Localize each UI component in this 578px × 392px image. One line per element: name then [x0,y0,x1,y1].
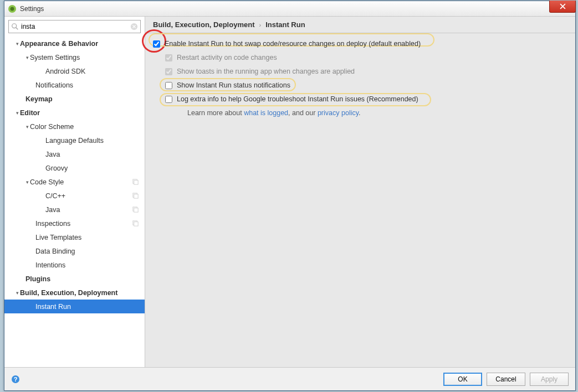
copy-icon [132,220,139,227]
opt-logextra[interactable]: Log extra info to help Google troublesho… [153,95,567,103]
cancel-button[interactable]: Cancel [487,373,525,386]
chevron-right-icon: › [259,22,261,28]
tree-cpp[interactable]: C/C++ [4,189,145,203]
svg-rect-12 [134,222,138,226]
tree-bed[interactable]: ▾Build, Execution, Deployment [4,286,145,300]
clear-icon[interactable] [130,23,138,30]
tree-code-style[interactable]: ▾Code Style [4,175,145,189]
svg-rect-10 [134,208,138,212]
opt-status[interactable]: Show Instant Run status notifications [153,81,567,89]
breadcrumb-root[interactable]: Build, Execution, Deployment [153,20,254,29]
tree-appearance[interactable]: ▾Appearance & Behavior [4,37,145,50]
svg-rect-6 [134,180,138,184]
label-toasts: Show toasts in the running app when chan… [177,68,355,75]
opt-toasts[interactable]: Show toasts in the running app when chan… [153,68,567,75]
footer: ? OK Cancel Apply [4,367,575,390]
link-privacy[interactable]: privacy policy [318,109,359,117]
checkbox-status[interactable] [165,82,172,89]
close-button[interactable] [549,1,576,13]
tree-notifications[interactable]: Notifications [4,78,145,92]
search-wrap [4,17,145,35]
checkbox-restart[interactable] [165,54,172,61]
svg-point-1 [11,7,14,11]
copy-icon [132,192,139,199]
titlebar: Settings [4,1,575,17]
opt-enable[interactable]: Enable Instant Run to hot swap code/reso… [153,40,567,48]
label-enable: Enable Instant Run to hot swap code/reso… [165,40,421,48]
settings-tree: ▾Appearance & Behavior ▾System Settings … [4,35,145,367]
tree-color-scheme[interactable]: ▾Color Scheme [4,120,145,133]
checkbox-logextra[interactable] [165,96,172,103]
ok-button[interactable]: OK [443,373,482,386]
checkbox-toasts[interactable] [165,68,172,75]
opt-restart[interactable]: Restart activity on code changes [153,54,567,61]
link-what-logged[interactable]: what is logged [244,109,288,117]
tree-java-color[interactable]: Java [4,147,145,161]
settings-window: Settings ▾Appearance & Behavior ▾System … [4,1,576,391]
tree-instant-run[interactable]: Instant Run [4,300,145,313]
window-title: Settings [20,5,44,13]
breadcrumb: Build, Execution, Deployment › Instant R… [145,17,575,33]
close-icon [560,3,566,9]
tree-editor[interactable]: ▾Editor [4,106,145,120]
apply-button[interactable]: Apply [530,373,569,386]
tree-groovy[interactable]: Groovy [4,161,145,175]
svg-rect-8 [134,194,138,198]
svg-text:?: ? [14,376,18,383]
svg-point-2 [12,24,17,28]
checkbox-enable[interactable] [153,40,160,48]
options-panel: Enable Instant Run to hot swap code/reso… [145,33,575,367]
tree-keymap[interactable]: Keymap [4,92,145,106]
tree-data-binding[interactable]: Data Binding [4,244,145,258]
tree-intentions[interactable]: Intentions [4,258,145,272]
label-logextra: Log extra info to help Google troublesho… [177,95,418,103]
main-panel: Build, Execution, Deployment › Instant R… [145,17,575,367]
tree-lang-defaults[interactable]: Language Defaults [4,133,145,147]
tree-plugins[interactable]: Plugins [4,272,145,286]
svg-line-3 [16,28,18,30]
label-restart: Restart activity on code changes [177,54,277,61]
breadcrumb-leaf: Instant Run [265,20,305,29]
tree-android-sdk[interactable]: Android SDK [4,64,145,78]
help-icon[interactable]: ? [11,375,20,384]
tree-live-templates[interactable]: Live Templates [4,230,145,244]
learn-more-text: Learn more about what is logged, and our… [153,109,567,117]
search-input[interactable] [19,23,130,30]
content-area: ▾Appearance & Behavior ▾System Settings … [4,17,575,367]
search-icon [11,23,19,30]
app-icon [8,4,17,13]
copy-icon [132,178,139,185]
copy-icon [132,206,139,213]
search-box [8,20,141,33]
tree-inspections[interactable]: Inspections [4,216,145,230]
sidebar: ▾Appearance & Behavior ▾System Settings … [4,17,145,367]
tree-system-settings[interactable]: ▾System Settings [4,50,145,64]
label-status: Show Instant Run status notifications [177,81,290,89]
tree-java-style[interactable]: Java [4,203,145,216]
